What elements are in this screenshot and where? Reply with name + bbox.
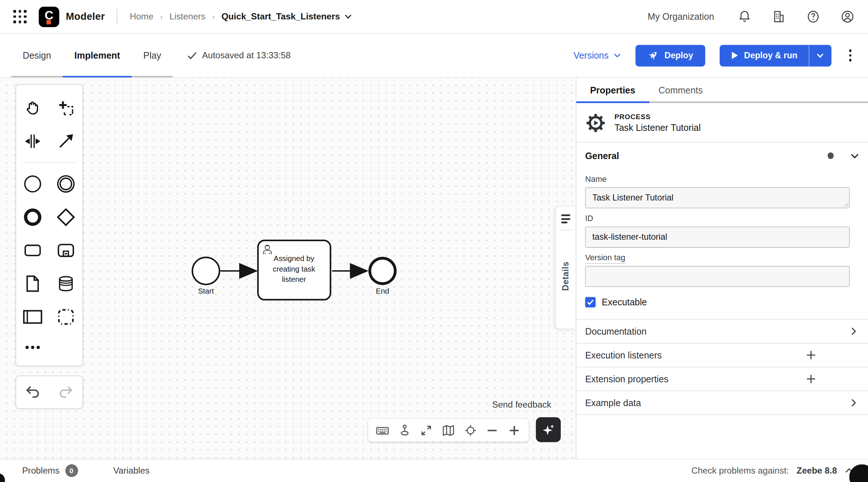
- breadcrumb-separator: ›: [212, 12, 215, 21]
- details-tab-label: Details: [561, 261, 571, 291]
- checkmark-icon: [187, 51, 197, 60]
- camunda-logo[interactable]: C: [39, 6, 59, 27]
- check-problems-label: Check problems against:: [691, 466, 789, 475]
- breadcrumb: Home › Listeners › Quick_Start_Task_List…: [130, 12, 352, 22]
- task-label-line-3: listener: [282, 275, 306, 283]
- name-field-label: Name: [585, 174, 859, 183]
- details-panel-toggle[interactable]: Details: [555, 206, 576, 329]
- send-feedback-link[interactable]: Send feedback: [492, 400, 551, 410]
- version-tag-input[interactable]: [592, 272, 842, 282]
- id-field[interactable]: [585, 227, 850, 247]
- overflow-menu-icon[interactable]: [846, 46, 855, 65]
- chevron-down-icon: [344, 14, 352, 19]
- task-label-line-1: Assigned by: [274, 254, 315, 262]
- element-header: PROCESS Task Listener Tutorial: [576, 103, 868, 142]
- zoom-out-icon[interactable]: [485, 423, 500, 437]
- tab-design[interactable]: Design: [11, 34, 63, 77]
- section-extension-properties[interactable]: Extension properties: [576, 367, 868, 391]
- minimap-icon[interactable]: [441, 423, 456, 437]
- app-switcher-icon[interactable]: [13, 10, 26, 23]
- variables-tab[interactable]: Variables: [113, 466, 149, 475]
- canvas-toolbar: [368, 419, 528, 442]
- section-execution-listeners[interactable]: Execution listeners: [576, 343, 868, 367]
- copilot-button[interactable]: [536, 417, 561, 442]
- reset-zoom-icon[interactable]: [463, 423, 478, 437]
- details-list-icon: [561, 214, 570, 223]
- start-event-label: Start: [198, 287, 214, 295]
- add-icon[interactable]: [806, 350, 816, 360]
- general-section-header[interactable]: General: [585, 142, 859, 169]
- add-icon[interactable]: [806, 374, 816, 384]
- engine-version-selector[interactable]: Zeebe 8.8: [797, 466, 837, 475]
- organization-building-icon[interactable]: [772, 10, 786, 24]
- chevron-down-icon: [816, 52, 824, 59]
- organization-label[interactable]: My Organization: [648, 11, 714, 22]
- versions-dropdown[interactable]: Versions: [574, 50, 621, 61]
- app-title: Modeler: [66, 11, 105, 22]
- user-avatar-icon[interactable]: [840, 10, 854, 24]
- tab-comments[interactable]: Comments: [659, 85, 703, 96]
- id-field-label: ID: [585, 214, 859, 222]
- resize-handle[interactable]: [842, 201, 848, 207]
- name-input[interactable]: [592, 193, 842, 203]
- bpmn-diagram: Assigned by creating task listener Start…: [0, 78, 576, 459]
- tab-implement[interactable]: Implement: [63, 34, 131, 77]
- deploy-and-run-button[interactable]: Deploy & run: [720, 45, 809, 66]
- name-field[interactable]: [585, 187, 850, 208]
- start-event-shape[interactable]: [192, 257, 219, 284]
- notifications-bell-icon[interactable]: [737, 10, 752, 24]
- help-icon[interactable]: [806, 10, 820, 24]
- process-gear-icon: [585, 113, 606, 133]
- chevron-right-icon: [849, 327, 858, 336]
- mode-tabs: Design Implement Play: [11, 34, 173, 77]
- problems-count-badge: 0: [65, 464, 78, 477]
- header-divider: [117, 9, 118, 24]
- deploy-and-run-split-button: Deploy & run: [720, 45, 831, 66]
- zoom-in-icon[interactable]: [507, 423, 522, 437]
- executable-label: Executable: [602, 297, 647, 308]
- chevron-down-icon: [850, 152, 859, 159]
- hand-tool-toggle-icon[interactable]: [397, 423, 412, 437]
- section-example-data[interactable]: Example data: [576, 391, 868, 415]
- breadcrumb-current[interactable]: Quick_Start_Task_Listeners: [222, 12, 352, 22]
- bpmn-canvas[interactable]: Assigned by creating task listener Start…: [0, 78, 576, 459]
- tab-properties[interactable]: Properties: [590, 85, 635, 96]
- element-name-label: Task Listener Tutorial: [615, 122, 701, 133]
- top-header: C Modeler Home › Listeners › Quick_Start…: [0, 0, 868, 34]
- task-label-line-2: creating task: [273, 265, 315, 273]
- sparkles-icon: [541, 422, 556, 437]
- rocket-icon: [648, 50, 659, 61]
- id-input[interactable]: [592, 232, 842, 242]
- chevron-right-icon: [849, 398, 858, 407]
- section-filled-indicator: [828, 152, 834, 159]
- status-bar: Problems 0 Variables Check problems agai…: [0, 459, 868, 482]
- breadcrumb-separator: ›: [160, 12, 163, 21]
- section-list: Documentation Execution listeners Extens…: [576, 319, 868, 415]
- menu-bar: Design Implement Play Autosaved at 13:33…: [0, 34, 868, 77]
- executable-row: Executable: [585, 297, 859, 308]
- deploy-options-chevron[interactable]: [809, 45, 831, 66]
- chevron-down-icon: [613, 53, 621, 58]
- panel-tabs: Properties Comments: [576, 78, 868, 103]
- problems-tab[interactable]: Problems 0: [22, 464, 78, 477]
- breadcrumb-home[interactable]: Home: [130, 12, 153, 22]
- checkmark-icon: [587, 299, 594, 305]
- breadcrumb-listeners[interactable]: Listeners: [170, 12, 205, 22]
- tab-play[interactable]: Play: [132, 34, 173, 77]
- version-tag-field[interactable]: [585, 266, 850, 287]
- end-event-shape[interactable]: [370, 258, 396, 284]
- keyboard-shortcuts-icon[interactable]: [375, 423, 390, 437]
- end-event-label: End: [376, 287, 389, 295]
- deploy-button[interactable]: Deploy: [636, 45, 705, 66]
- play-icon: [731, 51, 738, 60]
- properties-panel: Properties Comments: [576, 78, 868, 459]
- executable-checkbox[interactable]: [585, 297, 596, 308]
- autosave-status: Autosaved at 13:33:58: [187, 51, 291, 60]
- element-type-label: PROCESS: [615, 113, 701, 121]
- version-tag-field-label: Version tag: [585, 253, 859, 262]
- fit-viewport-icon[interactable]: [419, 423, 434, 437]
- section-documentation[interactable]: Documentation: [576, 319, 868, 343]
- logo-orange-square: [47, 20, 51, 24]
- general-section-title: General: [585, 150, 619, 161]
